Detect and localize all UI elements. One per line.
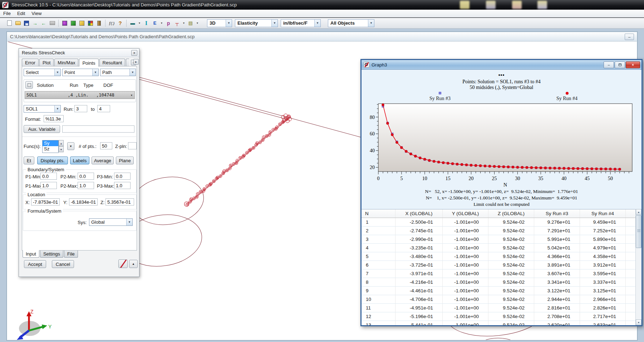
table-row[interactable]: 8-4.216e-01-1.001e+009.524e-023.341e+013… [362,278,635,287]
x-input[interactable] [31,198,60,205]
menu-file[interactable]: File [0,10,14,17]
material-view-icon[interactable] [78,19,86,27]
average-button[interactable]: Average [92,157,114,164]
tab-plot[interactable]: Plot [39,59,54,66]
function-option-sy[interactable]: Sy [43,140,58,146]
zpln-input[interactable] [128,142,137,149]
import-icon[interactable]: → [31,19,39,27]
table-row[interactable]: 2-2.745e-01-1.001e+009.524e-027.291e+017… [362,227,635,235]
boundary-input[interactable] [40,182,57,189]
save-icon[interactable] [23,19,30,27]
menu-view[interactable]: View [28,10,45,17]
table-row[interactable]: 10-4.706e-01-1.001e+009.524e-022.944e+01… [362,295,635,304]
solution-view-icon[interactable] [87,19,94,27]
cancel-button[interactable]: Cancel [52,260,74,268]
boundary-input[interactable] [78,173,94,180]
mesh-view-icon[interactable] [69,19,77,27]
table-row[interactable]: 9-4.461e-01-1.001e+009.524e-023.122e+013… [362,287,635,295]
table-row[interactable]: 7-3.971e-01-1.001e+009.524e-023.607e+013… [362,269,635,278]
tab-resultant[interactable]: Resultant [99,59,126,66]
function-option-sz[interactable]: Sz [43,146,58,152]
report-tool-icon[interactable]: ▤ [187,19,195,27]
load-tool-dropdown-icon[interactable]: ▼ [182,19,186,27]
maximize-icon[interactable] [615,61,625,68]
tab-file[interactable]: File [64,251,78,258]
aux-variable-button[interactable]: Aux. Variable [24,125,60,133]
path-combo[interactable]: Path▼ [100,69,136,76]
function-dropdown-button[interactable]: ▼ [67,142,74,150]
labels-button[interactable]: Labels [70,157,89,164]
et-button[interactable]: Et [24,157,34,164]
context-help-button[interactable] [118,259,128,268]
tab-settings[interactable]: Settings [40,251,63,258]
plane-button[interactable]: Plane [116,157,134,164]
accept-button[interactable]: Accept [24,260,46,268]
function-list-scrollbar[interactable]: ▲▼ [59,140,64,152]
rollup-button[interactable]: ▲ [129,260,138,268]
solution-entry-row[interactable]: SOL1 ,4 ,Lin. ,104748 ▼ [25,91,135,99]
report-tool-dropdown-icon[interactable]: ▼ [195,19,200,27]
select-all-solutions-button[interactable] [25,81,33,89]
boundary-input[interactable] [114,173,131,180]
table-row[interactable]: 1-2.500e-01-1.001e+009.524e-029.276e+019… [362,218,635,227]
table-row[interactable]: 6-3.725e-01-1.001e+009.524e-023.891e+013… [362,261,635,269]
menu-edit[interactable]: Edit [14,10,28,17]
graph-window-titlebar[interactable]: Graph3 ‒ × [362,60,641,70]
units-combo[interactable]: in/lbf/sec/F▼ [281,19,321,27]
point-tool-icon[interactable]: p [164,19,172,27]
open-file-icon[interactable] [14,19,22,27]
boundary-input[interactable] [40,173,57,180]
model-view-icon[interactable] [61,19,69,27]
function-icon[interactable]: ƒ(:) [108,19,115,27]
close-icon[interactable]: × [626,61,640,68]
exit-view-icon[interactable] [95,19,103,27]
table-row[interactable]: 4-3.235e-01-1.001e+009.524e-025.042e+014… [362,244,635,252]
tab-points[interactable]: Points [79,59,98,66]
run-to-input[interactable] [97,105,110,112]
new-file-icon[interactable] [5,19,13,27]
function-listbox[interactable]: Sy Sz [42,140,59,153]
table-scrollbar[interactable]: ▲ ▼ [635,209,641,325]
select-mode-icon[interactable]: ▬ [129,19,137,27]
z-input[interactable] [105,198,134,205]
analysis-type-combo[interactable]: Elasticity▼ [235,19,278,27]
dimension-combo[interactable]: 3D▼ [207,19,232,27]
export-icon[interactable]: ← [40,19,48,27]
edge-tool-icon[interactable]: E [151,19,159,27]
table-row[interactable]: 3-2.990e-01-1.001e+009.524e-025.991e+015… [362,235,635,244]
boundary-input[interactable] [78,182,94,189]
minimize-icon[interactable]: ‒ [604,61,614,68]
tab-minmax[interactable]: Min/Max [54,59,78,66]
display-pts-button[interactable]: Display pts. [37,157,68,164]
select-mode-dropdown-icon[interactable]: ▼ [137,19,142,27]
table-row[interactable]: 11-4.951e-01-1.001e+009.524e-022.816e+01… [362,304,635,312]
scroll-up-icon[interactable]: ▲ [636,209,641,215]
tab-input[interactable]: Input [23,250,39,258]
results-table[interactable]: NX (GLOBAL)Y (GLOBAL)Z (GLOBAL)Sy Run #3… [362,209,635,325]
print-icon[interactable] [48,19,56,27]
close-icon[interactable]: × [131,50,137,56]
ibeam-icon[interactable]: I [142,19,150,27]
tab-scroll-right-icon[interactable]: ► [133,59,139,65]
run-from-input[interactable] [74,105,87,112]
results-dialog-titlebar[interactable]: Results StressCheck [19,49,139,57]
boundary-input[interactable] [114,182,131,189]
edge-tool-dropdown-icon[interactable]: ▼ [159,19,164,27]
scroll-down-icon[interactable]: ▼ [636,319,641,325]
document-titlebar[interactable]: C:\Users\blancaster\Desktop\Tutorials an… [7,32,637,41]
document-minimize-button[interactable]: ‒ [625,34,634,40]
aux-variable-input[interactable] [62,125,134,133]
format-input[interactable] [44,115,64,122]
objects-filter-combo[interactable]: All Objects▼ [328,19,374,27]
tab-prope[interactable]: Prope [126,59,129,66]
y-input[interactable] [69,198,98,205]
help-icon[interactable]: ? [116,19,124,27]
table-row[interactable]: 5-3.480e-01-1.001e+009.524e-024.366e+014… [362,252,635,261]
tab-error[interactable]: Error [22,59,39,66]
scrollbar-thumb[interactable] [636,215,641,248]
num-points-input[interactable] [100,142,112,149]
table-row[interactable]: 12-5.196e-01-1.001e+009.524e-022.708e+01… [362,312,635,321]
load-tool-icon[interactable]: ┬ [173,19,181,27]
object-combo[interactable]: Point▼ [62,69,99,76]
table-row[interactable]: 13-5.441e-01-1.001e+009.524e-022.620e+01… [362,321,635,325]
